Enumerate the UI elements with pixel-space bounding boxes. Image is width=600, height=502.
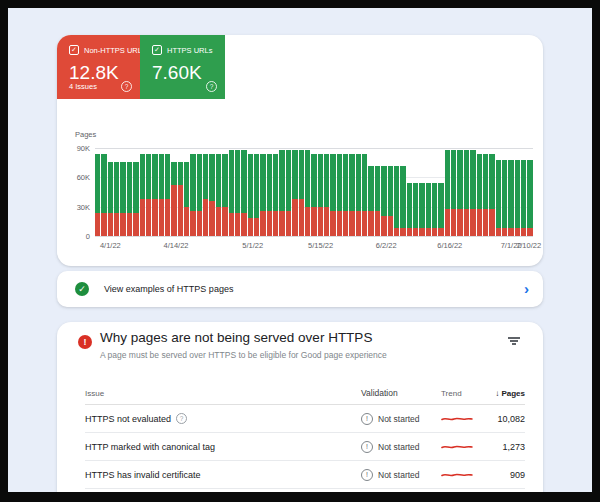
stacked-bar[interactable] (515, 160, 520, 236)
stacked-bar[interactable] (299, 150, 304, 236)
stacked-bar[interactable] (445, 150, 450, 236)
stacked-bar[interactable] (197, 154, 202, 236)
filter-icon[interactable] (508, 337, 520, 346)
stacked-bar[interactable] (101, 154, 106, 236)
chevron-right-icon[interactable]: › (524, 282, 529, 296)
stacked-bar[interactable] (375, 166, 380, 236)
stacked-bar[interactable] (470, 150, 475, 236)
stacked-bar[interactable] (432, 183, 437, 236)
stacked-bar[interactable] (419, 183, 424, 236)
https-bar-segment (356, 154, 361, 211)
stacked-bar[interactable] (330, 154, 335, 236)
view-examples-row[interactable]: ✓ View examples of HTTPS pages › (57, 271, 543, 307)
stacked-bar[interactable] (508, 160, 513, 236)
stacked-bar[interactable] (527, 160, 532, 236)
stacked-bar[interactable] (267, 154, 272, 236)
checked-checkbox-icon[interactable]: ✓ (152, 45, 162, 55)
stacked-bar[interactable] (146, 154, 151, 236)
stacked-bar[interactable] (438, 183, 443, 236)
stacked-bar[interactable] (318, 154, 323, 236)
stacked-bar[interactable] (502, 160, 507, 236)
chart-bars (95, 148, 533, 236)
pages-column-header-sorted[interactable]: ↓ Pages (489, 389, 525, 398)
stacked-bar[interactable] (400, 166, 405, 236)
stacked-bar[interactable] (273, 154, 278, 236)
issue-column-header[interactable]: Issue (85, 389, 361, 398)
non-https-bar-segment (445, 209, 450, 236)
stacked-bar[interactable] (483, 154, 488, 236)
stacked-bar[interactable] (248, 154, 253, 236)
stacked-bar[interactable] (305, 150, 310, 236)
stacked-bar[interactable] (120, 162, 125, 236)
help-icon[interactable]: ? (121, 81, 132, 92)
stacked-bar[interactable] (349, 154, 354, 236)
stacked-bar[interactable] (388, 166, 393, 236)
stacked-bar[interactable] (426, 183, 431, 236)
stacked-bar[interactable] (477, 154, 482, 236)
non-https-metric-card[interactable]: ✓ Non-HTTPS URLs 12.8K 4 Issues ? (57, 35, 140, 99)
stacked-bar[interactable] (184, 162, 189, 236)
https-bar-segment (521, 160, 526, 228)
stacked-bar[interactable] (464, 150, 469, 236)
stacked-bar[interactable] (229, 150, 234, 236)
stacked-bar[interactable] (159, 154, 164, 236)
stacked-bar[interactable] (140, 154, 145, 236)
stacked-bar[interactable] (222, 154, 227, 236)
stacked-bar[interactable] (413, 183, 418, 236)
stacked-bar[interactable] (165, 154, 170, 236)
help-icon[interactable]: ? (176, 413, 187, 424)
stacked-bar[interactable] (178, 162, 183, 236)
stacked-bar[interactable] (324, 154, 329, 236)
issue-row[interactable]: HTTPS not evaluated?!Not started10,082 (85, 405, 525, 433)
checked-checkbox-icon[interactable]: ✓ (69, 45, 79, 55)
help-icon[interactable]: ? (206, 81, 217, 92)
issues-table-header: Issue Validation Trend ↓ Pages (85, 382, 525, 405)
https-bar-segment (489, 154, 494, 209)
stacked-bar[interactable] (216, 154, 221, 236)
stacked-bar[interactable] (286, 150, 291, 236)
stacked-bar[interactable] (457, 150, 462, 236)
stacked-bar[interactable] (209, 154, 214, 236)
https-bar-segment (209, 154, 214, 201)
stacked-bar[interactable] (496, 160, 501, 236)
stacked-bar[interactable] (95, 154, 100, 236)
stacked-bar[interactable] (152, 154, 157, 236)
stacked-bar[interactable] (114, 162, 119, 236)
stacked-bar[interactable] (133, 162, 138, 236)
stacked-bar[interactable] (292, 150, 297, 236)
stacked-bar[interactable] (279, 150, 284, 236)
stacked-bar[interactable] (356, 154, 361, 236)
stacked-bar[interactable] (343, 154, 348, 236)
trend-column-header[interactable]: Trend (441, 389, 489, 398)
validation-column-header[interactable]: Validation (361, 388, 441, 398)
stacked-bar[interactable] (394, 166, 399, 236)
stacked-bar[interactable] (489, 154, 494, 236)
stacked-bar[interactable] (381, 166, 386, 236)
https-bar-segment (483, 154, 488, 209)
stacked-bar[interactable] (254, 154, 259, 236)
stacked-bar[interactable] (368, 166, 373, 236)
stacked-bar[interactable] (235, 150, 240, 236)
stacked-bar[interactable] (190, 154, 195, 236)
stacked-bar[interactable] (521, 160, 526, 236)
stacked-bar[interactable] (407, 183, 412, 236)
https-bar-segment (508, 160, 513, 228)
non-https-bar-segment (330, 211, 335, 236)
stacked-bar[interactable] (108, 162, 113, 236)
stacked-bar[interactable] (362, 154, 367, 236)
stacked-bar[interactable] (451, 150, 456, 236)
https-bar-segment (388, 166, 393, 217)
stacked-bar[interactable] (260, 154, 265, 236)
non-https-bar-segment (286, 211, 291, 236)
stacked-bar[interactable] (311, 154, 316, 236)
https-bar-segment (159, 154, 164, 199)
stacked-bar[interactable] (127, 162, 132, 236)
stacked-bar[interactable] (337, 154, 342, 236)
https-metric-card[interactable]: ✓ HTTPS URLs 7.60K ? (140, 35, 225, 99)
stacked-bar[interactable] (171, 162, 176, 236)
issue-row[interactable]: HTTP marked with canonical tag!Not start… (85, 433, 525, 461)
https-bar-segment (502, 160, 507, 228)
issue-row[interactable]: HTTPS has invalid certificate!Not starte… (85, 461, 525, 489)
stacked-bar[interactable] (203, 154, 208, 236)
stacked-bar[interactable] (241, 150, 246, 236)
